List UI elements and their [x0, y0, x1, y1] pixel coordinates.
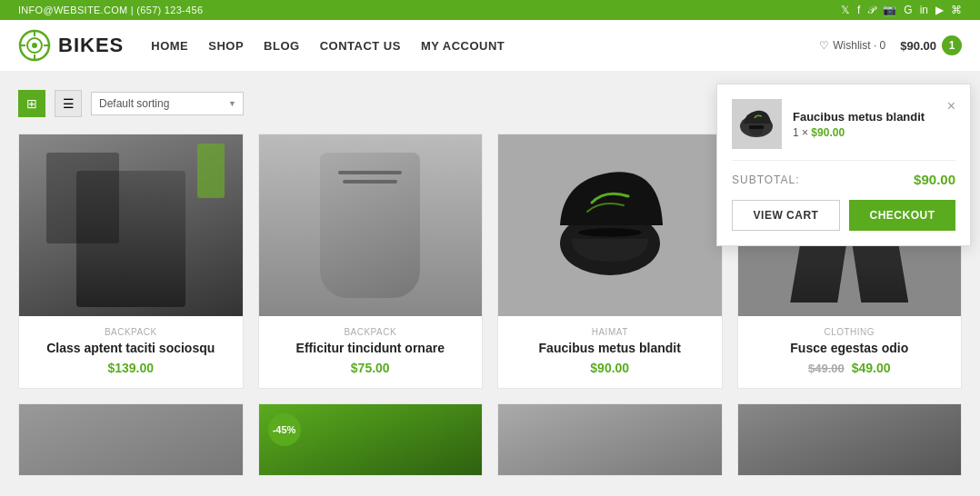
- heart-icon: ♡: [819, 39, 829, 52]
- product-info: Backpack Efficitur tincidunt ornare $75.…: [259, 316, 483, 375]
- sort-wrapper: Default sorting Sort by popularity Sort …: [91, 92, 244, 115]
- cart-price: $90.00: [900, 39, 936, 53]
- linkedin-icon[interactable]: in: [920, 4, 928, 16]
- product-name: Efficitur tincidunt ornare: [272, 341, 470, 355]
- helmet-product-icon: [537, 153, 683, 298]
- cart-actions: VIEW CART CHECKOUT: [732, 200, 955, 231]
- product-price: $75.00: [272, 361, 470, 375]
- product-card[interactable]: -45%: [258, 403, 484, 476]
- sale-badge: -45%: [268, 413, 301, 446]
- product-category: Clothing: [751, 327, 949, 337]
- subtotal-label: SUBTOTAL:: [732, 174, 800, 186]
- logo[interactable]: BIKES: [18, 29, 124, 62]
- nav-account[interactable]: MY ACCOUNT: [421, 39, 505, 53]
- cart-item-name: Faucibus metus blandit: [793, 110, 955, 124]
- grid-view-button[interactable]: ⊞: [18, 90, 45, 117]
- product-image: [19, 134, 243, 316]
- cart-item: Faucibus metus blandit 1 × $90.00 ×: [732, 99, 955, 149]
- rss-icon[interactable]: ⌘: [951, 4, 962, 16]
- svg-rect-4: [749, 125, 764, 129]
- product-image: [498, 134, 722, 316]
- youtube-icon[interactable]: ▶: [935, 4, 944, 16]
- wishlist-button[interactable]: ♡ Wishlist · 0: [819, 39, 885, 52]
- subtotal-value: $90.00: [914, 172, 955, 187]
- wishlist-label: Wishlist · 0: [833, 39, 885, 52]
- product-price: $49.00 $49.00: [751, 361, 949, 375]
- product-card[interactable]: Backpack Class aptent taciti sociosqu $1…: [18, 134, 244, 389]
- nav-blog[interactable]: BLOG: [264, 39, 300, 53]
- list-view-button[interactable]: ☰: [55, 90, 82, 117]
- instagram-icon[interactable]: 📷: [883, 4, 896, 16]
- header-right: ♡ Wishlist · 0 $90.00 1: [819, 35, 962, 55]
- product-price: $90.00: [511, 361, 709, 375]
- nav-home[interactable]: HOME: [151, 39, 188, 53]
- cart-item-image: [732, 99, 782, 149]
- product-image: [259, 134, 483, 316]
- product-name: Class aptent taciti sociosqu: [32, 341, 230, 355]
- social-links: 𝕏 f 𝒫 📷 G in ▶ ⌘: [841, 4, 962, 16]
- header: BIKES HOME SHOP BLOG CONTACT US MY ACCOU…: [0, 20, 980, 72]
- cart-subtotal: SUBTOTAL: $90.00: [732, 160, 955, 187]
- product-info: Haimat Faucibus metus blandit $90.00: [498, 316, 722, 375]
- cart-button[interactable]: $90.00 1: [900, 35, 962, 55]
- product-category: Backpack: [32, 327, 230, 337]
- old-price: $49.00: [808, 362, 845, 375]
- product-card[interactable]: Backpack Efficitur tincidunt ornare $75.…: [258, 134, 484, 389]
- product-category: Backpack: [272, 327, 470, 337]
- product-card[interactable]: [497, 403, 723, 476]
- product-name: Faucibus metus blandit: [511, 341, 709, 355]
- product-info: Backpack Class aptent taciti sociosqu $1…: [19, 316, 243, 375]
- product-category: Haimat: [511, 327, 709, 337]
- cart-item-info: Faucibus metus blandit 1 × $90.00: [793, 110, 955, 139]
- product-info: Clothing Fusce egestas odio $49.00 $49.0…: [738, 316, 962, 375]
- facebook-icon[interactable]: f: [857, 4, 860, 16]
- sale-price: $49.00: [852, 361, 891, 375]
- nav-contact[interactable]: CONTACT US: [320, 39, 401, 53]
- cart-item-qty: 1 × $90.00: [793, 126, 955, 139]
- twitter-icon[interactable]: 𝕏: [841, 4, 850, 16]
- cart-remove-button[interactable]: ×: [947, 99, 955, 114]
- contact-info: INFO@WEBSITE.COM | (657) 123-456: [18, 5, 203, 15]
- svg-point-6: [578, 228, 642, 237]
- cart-dropdown: Faucibus metus blandit 1 × $90.00 × SUBT…: [716, 84, 971, 246]
- sort-select[interactable]: Default sorting Sort by popularity Sort …: [91, 92, 244, 115]
- pinterest-icon[interactable]: 𝒫: [867, 4, 875, 16]
- product-price: $139.00: [32, 361, 230, 375]
- logo-icon: [18, 29, 51, 62]
- helmet-icon: [736, 104, 777, 144]
- product-card[interactable]: [737, 403, 963, 476]
- product-grid-row2: -45%: [18, 403, 962, 476]
- checkout-button[interactable]: CHECKOUT: [849, 200, 955, 231]
- top-bar: INFO@WEBSITE.COM | (657) 123-456 𝕏 f 𝒫 📷…: [0, 0, 980, 20]
- main-nav: HOME SHOP BLOG CONTACT US MY ACCOUNT: [151, 39, 505, 53]
- cart-item-price: $90.00: [811, 126, 845, 139]
- product-card[interactable]: Haimat Faucibus metus blandit $90.00: [497, 134, 723, 389]
- product-card[interactable]: [18, 403, 244, 476]
- google-icon[interactable]: G: [904, 4, 912, 16]
- view-cart-button[interactable]: VIEW CART: [732, 200, 840, 231]
- logo-text: BIKES: [58, 34, 124, 57]
- product-name: Fusce egestas odio: [751, 341, 949, 355]
- cart-count: 1: [942, 35, 962, 55]
- nav-shop[interactable]: SHOP: [208, 39, 244, 53]
- svg-point-2: [32, 43, 37, 48]
